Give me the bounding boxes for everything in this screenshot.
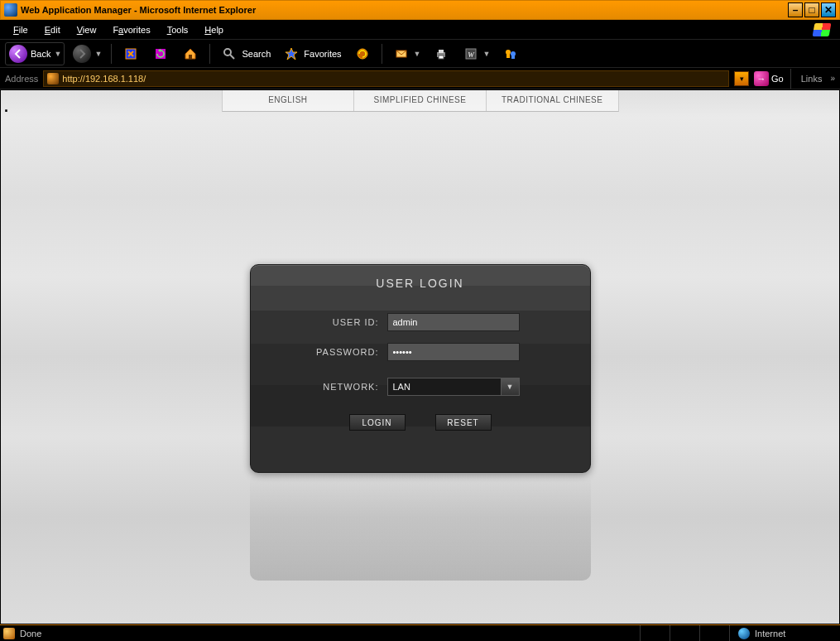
print-icon	[432, 45, 450, 63]
menu-file[interactable]: File	[7, 23, 35, 36]
menu-tools[interactable]: Tools	[161, 23, 195, 36]
mail-icon	[392, 45, 410, 63]
history-button[interactable]	[350, 42, 375, 65]
search-button[interactable]: Search	[217, 42, 274, 65]
go-arrow-icon: →	[754, 71, 769, 86]
status-text: Done	[20, 629, 41, 639]
menu-view[interactable]: View	[70, 23, 103, 36]
windows-logo-icon	[810, 22, 833, 38]
forward-button[interactable]: ▼	[70, 42, 104, 65]
password-label: PASSWORD:	[300, 347, 379, 357]
lang-tab-english[interactable]: ENGLISH	[223, 90, 355, 111]
back-label: Back	[31, 49, 50, 59]
app-icon	[4, 3, 17, 17]
reset-button[interactable]: RESET	[435, 414, 492, 431]
refresh-icon	[151, 45, 170, 63]
search-icon	[220, 45, 238, 63]
svg-rect-8	[439, 55, 444, 59]
forward-arrow-icon	[73, 45, 91, 63]
network-label: NETWORK:	[300, 382, 379, 392]
login-button[interactable]: LOGIN	[349, 414, 406, 431]
address-separator	[790, 69, 791, 89]
favorites-button[interactable]: Favorites	[279, 42, 344, 65]
address-label: Address	[5, 74, 38, 84]
lang-tab-traditional-chinese[interactable]: TRADITIONAL CHINESE	[487, 90, 618, 111]
svg-rect-2	[189, 55, 192, 59]
history-icon	[353, 45, 372, 63]
go-button[interactable]: → Go	[754, 71, 784, 86]
toolbar-separator-2	[209, 44, 210, 64]
login-panel: USER LOGIN USER ID: PASSWORD: NETWORK: L…	[250, 264, 591, 473]
back-dropdown-icon[interactable]: ▼	[54, 50, 60, 58]
edit-button[interactable]: W ▼	[458, 42, 493, 65]
menu-file-label: ile	[19, 25, 28, 35]
page-corner-dot: .	[4, 99, 8, 116]
search-label: Search	[242, 49, 271, 59]
user-id-label: USER ID:	[300, 317, 379, 327]
favorites-label: Favorites	[304, 49, 341, 59]
toolbar: Back ▼ ▼ Search Favorites	[0, 40, 840, 68]
user-id-input[interactable]	[387, 313, 520, 331]
svg-rect-13	[506, 54, 510, 58]
messenger-icon	[502, 45, 520, 63]
refresh-button[interactable]	[148, 42, 173, 65]
messenger-button[interactable]	[498, 42, 523, 65]
status-page-icon	[3, 628, 15, 639]
edit-w-icon: W	[462, 45, 480, 63]
status-segment-3	[699, 625, 724, 641]
stop-icon	[122, 45, 140, 63]
edit-dropdown-icon[interactable]: ▼	[483, 50, 490, 58]
mail-dropdown-icon[interactable]: ▼	[414, 50, 420, 58]
close-button[interactable]: ✕	[821, 2, 836, 17]
star-icon	[282, 45, 300, 63]
password-input[interactable]	[387, 343, 520, 361]
home-button[interactable]	[178, 42, 203, 65]
forward-dropdown-icon[interactable]: ▼	[94, 50, 101, 58]
menu-help[interactable]: Help	[198, 23, 230, 36]
language-tabs: ENGLISH SIMPLIFIED CHINESE TRADITIONAL C…	[222, 90, 619, 112]
address-url: http://192.168.1.118/	[62, 74, 725, 84]
zone-label: Internet	[755, 629, 785, 639]
login-title: USER LOGIN	[251, 277, 590, 290]
status-segment-2	[670, 625, 694, 641]
home-icon	[181, 45, 199, 63]
svg-rect-14	[511, 55, 515, 59]
network-select-dropdown-icon[interactable]: ▼	[501, 378, 519, 395]
svg-rect-7	[439, 50, 444, 53]
lang-tab-simplified-chinese[interactable]: SIMPLIFIED CHINESE	[354, 90, 487, 111]
back-button[interactable]: Back ▼	[5, 42, 65, 65]
internet-zone-icon	[738, 628, 750, 639]
menu-edit[interactable]: Edit	[38, 23, 67, 36]
toolbar-separator-3	[382, 44, 382, 64]
status-zone: Internet	[729, 625, 837, 641]
window-titlebar: Web Application Manager - Microsoft Inte…	[0, 0, 840, 20]
go-label: Go	[771, 74, 784, 84]
mail-button[interactable]: ▼	[389, 42, 424, 65]
menu-favorites[interactable]: Favorites	[106, 23, 156, 36]
svg-point-3	[224, 49, 231, 55]
address-input[interactable]: http://192.168.1.118/	[43, 70, 729, 87]
menu-bar: File Edit View Favorites Tools Help	[0, 20, 840, 40]
links-label[interactable]: Links	[798, 74, 826, 84]
status-bar: Done Internet	[0, 624, 840, 641]
page-viewport: . ENGLISH SIMPLIFIED CHINESE TRADITIONAL…	[0, 89, 840, 624]
network-select-value: LAN	[388, 382, 501, 392]
window-title: Web Application Manager - Microsoft Inte…	[21, 5, 785, 15]
address-dropdown-button[interactable]: ▾	[734, 71, 749, 86]
login-panel-reflection	[250, 473, 591, 581]
maximize-button[interactable]: □	[804, 2, 819, 17]
status-segment-1	[640, 625, 665, 641]
links-expand-icon[interactable]: »	[830, 74, 835, 83]
minimize-button[interactable]: –	[788, 2, 803, 17]
stop-button[interactable]	[118, 42, 143, 65]
network-select[interactable]: LAN ▼	[387, 378, 520, 396]
print-button[interactable]	[429, 42, 454, 65]
address-bar: Address http://192.168.1.118/ ▾ → Go Lin…	[0, 68, 840, 89]
page-icon	[47, 73, 59, 84]
toolbar-separator	[111, 44, 112, 64]
back-arrow-icon	[9, 45, 27, 63]
